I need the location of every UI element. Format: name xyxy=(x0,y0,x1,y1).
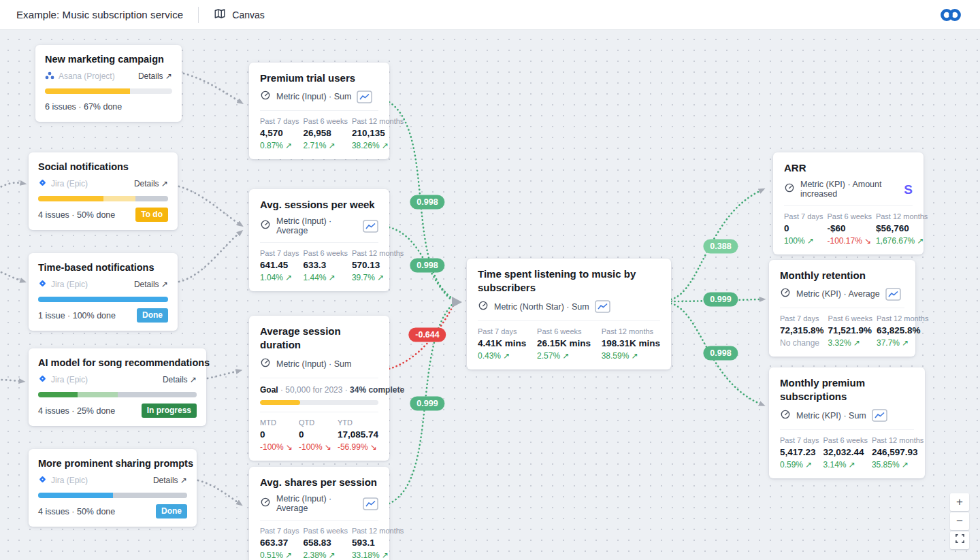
status-badge: Done xyxy=(156,504,187,518)
zoom-out-button[interactable]: − xyxy=(950,512,969,530)
metric-title: Time spent listening to music by subscri… xyxy=(478,267,660,295)
issues-meta: 4 issues · 25% done xyxy=(38,406,115,416)
metric-period-column: Past 12 months593.133.18% ↗ xyxy=(352,527,404,560)
metric-card-arr[interactable]: ARR Metric (KPI) · Amount increased S Pa… xyxy=(773,152,924,254)
progress-bar xyxy=(38,392,197,397)
canvas-controls: + − xyxy=(950,493,969,549)
source: Jira (Epic) xyxy=(38,374,88,386)
source-label: Jira (Epic) xyxy=(51,476,88,485)
tab-canvas-label: Canvas xyxy=(232,10,264,20)
gauge-icon xyxy=(260,497,271,510)
minus-icon: − xyxy=(956,514,963,528)
progress-bar xyxy=(38,297,168,302)
asana-icon xyxy=(45,70,54,82)
edge-label: -0.644 xyxy=(408,328,446,342)
card-title: New marketing campaign xyxy=(45,54,172,65)
plus-icon: + xyxy=(956,495,963,509)
top-bar: Example: Music subscription service Canv… xyxy=(0,0,980,30)
metric-period-column: Past 12 months246,597.9335.85% ↗ xyxy=(872,436,924,470)
metric-title: Avg. sessions per week xyxy=(260,198,378,212)
metric-period-column: Past 12 months$56,7601,676.67% ↗ xyxy=(876,212,928,246)
issues-meta: 4 issues · 50% done xyxy=(38,210,115,220)
progress-bar xyxy=(45,88,172,94)
status-badge: In progress xyxy=(142,403,197,418)
metric-period-column: MTD0-100% ↘ xyxy=(260,418,293,452)
metric-card-monthly-retention[interactable]: Monthly retention Metric (KPI) · Average… xyxy=(769,260,915,357)
line-chart-icon[interactable] xyxy=(872,409,887,422)
details-link[interactable]: Details ↗ xyxy=(153,476,187,485)
fit-view-button[interactable] xyxy=(950,531,969,549)
metric-period-column: Past 6 weeks658.832.38% ↗ xyxy=(303,527,347,560)
work-card-new-marketing-campaign[interactable]: New marketing campaign Asana (Project) D… xyxy=(35,45,182,122)
progress-bar xyxy=(38,493,187,498)
metric-card-monthly-premium-subscriptions[interactable]: Monthly premium subscriptions Metric (KP… xyxy=(769,367,925,478)
source-label: Jira (Epic) xyxy=(51,280,88,289)
metric-type-label: Metric (KPI) · Amount increased xyxy=(800,180,897,199)
source-label: Asana (Project) xyxy=(59,71,115,81)
metric-period-column: Past 7 days4,5700.87% ↗ xyxy=(260,117,299,150)
metric-period-column: YTD17,085.74-56.99% ↘ xyxy=(338,418,378,452)
metric-type-label: Metric (Input) · Sum xyxy=(276,359,351,369)
source: Jira (Epic) xyxy=(38,278,88,291)
edge-label: 0.999 xyxy=(410,397,444,411)
status-badge: To do xyxy=(135,208,168,222)
work-card-ai-model[interactable]: AI model for song recommendations Jira (… xyxy=(29,348,206,426)
gauge-icon xyxy=(780,287,791,301)
edge-label: 0.998 xyxy=(410,195,444,210)
metric-period-column: Past 7 days663.370.51% ↗ xyxy=(260,527,299,560)
metric-period-column: Past 6 weeks26,9582.71% ↗ xyxy=(303,117,347,150)
edge-label: 0.998 xyxy=(410,259,444,273)
map-icon xyxy=(214,7,226,22)
metric-card-avg-shares-per-session[interactable]: Avg. shares per session Metric (Input) ·… xyxy=(249,467,389,560)
line-chart-icon[interactable] xyxy=(357,90,372,103)
goal-progress-bar xyxy=(260,400,378,405)
metric-period-column: Past 6 weeks633.31.44% ↗ xyxy=(303,249,347,282)
metric-period-column: Past 6 weeks26.15K mins2.57% ↗ xyxy=(537,327,591,361)
fit-view-icon xyxy=(955,533,965,547)
card-title: Time-based notifications xyxy=(38,262,168,273)
line-chart-icon[interactable] xyxy=(363,497,378,510)
metric-card-average-session-duration[interactable]: Average session duration Metric (Input) … xyxy=(249,316,389,461)
jira-icon xyxy=(38,178,47,190)
edge-label: 0.999 xyxy=(703,293,738,307)
metric-card-premium-trial-users[interactable]: Premium trial users Metric (Input) · Sum… xyxy=(249,63,389,159)
workspace-title: Example: Music subscription service xyxy=(16,9,183,20)
work-card-sharing-prompts[interactable]: More prominent sharing prompts Jira (Epi… xyxy=(29,449,197,527)
tab-canvas[interactable]: Canvas xyxy=(214,7,264,22)
line-chart-icon[interactable] xyxy=(595,300,610,313)
metric-period-column: Past 12 months210,13538.26% ↗ xyxy=(352,117,404,150)
work-card-social-notifications[interactable]: Social notifications Jira (Epic) Details… xyxy=(29,152,178,230)
metric-period-column: Past 6 weeks32,032.443.14% ↗ xyxy=(823,436,867,470)
line-chart-icon[interactable] xyxy=(885,288,901,301)
jira-icon xyxy=(38,374,47,386)
metric-card-time-spent-listening[interactable]: Time spent listening to music by subscri… xyxy=(467,259,671,369)
gauge-icon xyxy=(780,409,791,423)
details-link[interactable]: Details ↗ xyxy=(134,280,168,289)
metric-card-avg-sessions-per-week[interactable]: Avg. sessions per week Metric (Input) · … xyxy=(249,189,389,291)
gauge-icon xyxy=(260,357,271,371)
issues-meta: 4 issues · 50% done xyxy=(38,507,115,516)
metric-title: Monthly retention xyxy=(780,269,904,282)
metric-period-column: Past 6 weeks-$60-100.17% ↘ xyxy=(827,212,871,246)
metric-title: Monthly premium subscriptions xyxy=(780,376,914,404)
metric-type-label: Metric (North Star) · Sum xyxy=(494,302,589,312)
details-link[interactable]: Details ↗ xyxy=(134,179,168,188)
goal-row: Goal · 50,000 for 2023 · 34% complete xyxy=(260,378,378,395)
metric-period-column: Past 12 months570.1339.7% ↗ xyxy=(352,249,404,282)
stripe-icon: S xyxy=(904,183,913,196)
metric-type-label: Metric (Input) · Average xyxy=(276,494,357,513)
doubleloop-logo[interactable] xyxy=(938,6,964,24)
metric-period-column: Past 7 days5,417.230.59% ↗ xyxy=(780,436,819,470)
work-card-time-based-notifications[interactable]: Time-based notifications Jira (Epic) Det… xyxy=(29,253,178,331)
details-link[interactable]: Details ↗ xyxy=(138,71,172,81)
source: Jira (Epic) xyxy=(38,178,88,190)
metric-period-column: Past 7 days72,315.8%No change xyxy=(780,314,824,348)
jira-icon xyxy=(38,278,47,291)
zoom-in-button[interactable]: + xyxy=(950,493,969,511)
details-link[interactable]: Details ↗ xyxy=(163,375,197,384)
metric-type-label: Metric (KPI) · Sum xyxy=(796,411,866,421)
metric-type-label: Metric (KPI) · Average xyxy=(796,289,880,299)
line-chart-icon[interactable] xyxy=(363,220,378,233)
metric-period-column: Past 7 days641.451.04% ↗ xyxy=(260,249,299,282)
metric-period-column: Past 12 months63,825.8%37.7% ↗ xyxy=(877,314,928,348)
